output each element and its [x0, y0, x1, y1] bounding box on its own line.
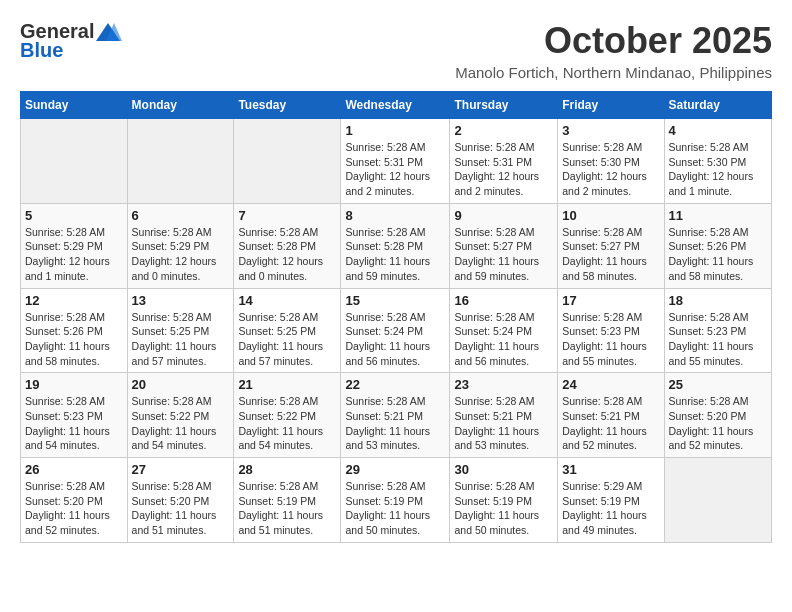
day-number: 3 — [562, 123, 659, 138]
table-row: 4Sunrise: 5:28 AM Sunset: 5:30 PM Daylig… — [664, 119, 771, 204]
day-number: 2 — [454, 123, 553, 138]
table-row: 22Sunrise: 5:28 AM Sunset: 5:21 PM Dayli… — [341, 373, 450, 458]
day-number: 18 — [669, 293, 767, 308]
day-number: 12 — [25, 293, 123, 308]
day-number: 5 — [25, 208, 123, 223]
table-row: 14Sunrise: 5:28 AM Sunset: 5:25 PM Dayli… — [234, 288, 341, 373]
day-number: 27 — [132, 462, 230, 477]
calendar-header-row: Sunday Monday Tuesday Wednesday Thursday… — [21, 92, 772, 119]
table-row: 10Sunrise: 5:28 AM Sunset: 5:27 PM Dayli… — [558, 203, 664, 288]
day-number: 22 — [345, 377, 445, 392]
day-number: 16 — [454, 293, 553, 308]
table-row — [234, 119, 341, 204]
table-row: 7Sunrise: 5:28 AM Sunset: 5:28 PM Daylig… — [234, 203, 341, 288]
day-number: 13 — [132, 293, 230, 308]
day-info: Sunrise: 5:28 AM Sunset: 5:19 PM Dayligh… — [238, 479, 336, 538]
day-info: Sunrise: 5:28 AM Sunset: 5:20 PM Dayligh… — [132, 479, 230, 538]
table-row: 30Sunrise: 5:28 AM Sunset: 5:19 PM Dayli… — [450, 458, 558, 543]
day-info: Sunrise: 5:28 AM Sunset: 5:20 PM Dayligh… — [25, 479, 123, 538]
day-info: Sunrise: 5:28 AM Sunset: 5:19 PM Dayligh… — [454, 479, 553, 538]
day-number: 4 — [669, 123, 767, 138]
day-info: Sunrise: 5:28 AM Sunset: 5:29 PM Dayligh… — [25, 225, 123, 284]
calendar-week-row: 26Sunrise: 5:28 AM Sunset: 5:20 PM Dayli… — [21, 458, 772, 543]
day-info: Sunrise: 5:28 AM Sunset: 5:31 PM Dayligh… — [454, 140, 553, 199]
day-number: 28 — [238, 462, 336, 477]
table-row: 24Sunrise: 5:28 AM Sunset: 5:21 PM Dayli… — [558, 373, 664, 458]
day-info: Sunrise: 5:29 AM Sunset: 5:19 PM Dayligh… — [562, 479, 659, 538]
table-row: 20Sunrise: 5:28 AM Sunset: 5:22 PM Dayli… — [127, 373, 234, 458]
day-info: Sunrise: 5:28 AM Sunset: 5:26 PM Dayligh… — [25, 310, 123, 369]
day-number: 26 — [25, 462, 123, 477]
table-row — [127, 119, 234, 204]
header-wednesday: Wednesday — [341, 92, 450, 119]
day-number: 31 — [562, 462, 659, 477]
header-thursday: Thursday — [450, 92, 558, 119]
table-row — [21, 119, 128, 204]
table-row: 5Sunrise: 5:28 AM Sunset: 5:29 PM Daylig… — [21, 203, 128, 288]
calendar-week-row: 5Sunrise: 5:28 AM Sunset: 5:29 PM Daylig… — [21, 203, 772, 288]
table-row: 17Sunrise: 5:28 AM Sunset: 5:23 PM Dayli… — [558, 288, 664, 373]
title-section: October 2025 Manolo Fortich, Northern Mi… — [455, 20, 772, 81]
day-number: 25 — [669, 377, 767, 392]
day-info: Sunrise: 5:28 AM Sunset: 5:22 PM Dayligh… — [132, 394, 230, 453]
table-row: 6Sunrise: 5:28 AM Sunset: 5:29 PM Daylig… — [127, 203, 234, 288]
day-info: Sunrise: 5:28 AM Sunset: 5:24 PM Dayligh… — [454, 310, 553, 369]
table-row: 21Sunrise: 5:28 AM Sunset: 5:22 PM Dayli… — [234, 373, 341, 458]
table-row: 16Sunrise: 5:28 AM Sunset: 5:24 PM Dayli… — [450, 288, 558, 373]
table-row: 2Sunrise: 5:28 AM Sunset: 5:31 PM Daylig… — [450, 119, 558, 204]
header-saturday: Saturday — [664, 92, 771, 119]
table-row: 15Sunrise: 5:28 AM Sunset: 5:24 PM Dayli… — [341, 288, 450, 373]
day-info: Sunrise: 5:28 AM Sunset: 5:28 PM Dayligh… — [345, 225, 445, 284]
table-row — [664, 458, 771, 543]
day-info: Sunrise: 5:28 AM Sunset: 5:30 PM Dayligh… — [669, 140, 767, 199]
day-info: Sunrise: 5:28 AM Sunset: 5:28 PM Dayligh… — [238, 225, 336, 284]
table-row: 9Sunrise: 5:28 AM Sunset: 5:27 PM Daylig… — [450, 203, 558, 288]
day-number: 29 — [345, 462, 445, 477]
day-info: Sunrise: 5:28 AM Sunset: 5:21 PM Dayligh… — [454, 394, 553, 453]
day-number: 14 — [238, 293, 336, 308]
day-info: Sunrise: 5:28 AM Sunset: 5:20 PM Dayligh… — [669, 394, 767, 453]
day-info: Sunrise: 5:28 AM Sunset: 5:24 PM Dayligh… — [345, 310, 445, 369]
day-info: Sunrise: 5:28 AM Sunset: 5:21 PM Dayligh… — [345, 394, 445, 453]
day-info: Sunrise: 5:28 AM Sunset: 5:23 PM Dayligh… — [669, 310, 767, 369]
day-info: Sunrise: 5:28 AM Sunset: 5:23 PM Dayligh… — [562, 310, 659, 369]
calendar-table: Sunday Monday Tuesday Wednesday Thursday… — [20, 91, 772, 543]
day-info: Sunrise: 5:28 AM Sunset: 5:29 PM Dayligh… — [132, 225, 230, 284]
calendar-week-row: 19Sunrise: 5:28 AM Sunset: 5:23 PM Dayli… — [21, 373, 772, 458]
table-row: 23Sunrise: 5:28 AM Sunset: 5:21 PM Dayli… — [450, 373, 558, 458]
table-row: 26Sunrise: 5:28 AM Sunset: 5:20 PM Dayli… — [21, 458, 128, 543]
day-info: Sunrise: 5:28 AM Sunset: 5:26 PM Dayligh… — [669, 225, 767, 284]
day-number: 6 — [132, 208, 230, 223]
day-number: 30 — [454, 462, 553, 477]
table-row: 8Sunrise: 5:28 AM Sunset: 5:28 PM Daylig… — [341, 203, 450, 288]
day-info: Sunrise: 5:28 AM Sunset: 5:19 PM Dayligh… — [345, 479, 445, 538]
logo-blue-text: Blue — [20, 39, 63, 62]
day-number: 23 — [454, 377, 553, 392]
day-info: Sunrise: 5:28 AM Sunset: 5:27 PM Dayligh… — [454, 225, 553, 284]
calendar-week-row: 12Sunrise: 5:28 AM Sunset: 5:26 PM Dayli… — [21, 288, 772, 373]
table-row: 13Sunrise: 5:28 AM Sunset: 5:25 PM Dayli… — [127, 288, 234, 373]
day-number: 11 — [669, 208, 767, 223]
header-tuesday: Tuesday — [234, 92, 341, 119]
header-sunday: Sunday — [21, 92, 128, 119]
logo: General Blue — [20, 20, 122, 62]
table-row: 25Sunrise: 5:28 AM Sunset: 5:20 PM Dayli… — [664, 373, 771, 458]
day-number: 8 — [345, 208, 445, 223]
day-number: 7 — [238, 208, 336, 223]
header-friday: Friday — [558, 92, 664, 119]
day-number: 24 — [562, 377, 659, 392]
table-row: 18Sunrise: 5:28 AM Sunset: 5:23 PM Dayli… — [664, 288, 771, 373]
day-number: 15 — [345, 293, 445, 308]
table-row: 12Sunrise: 5:28 AM Sunset: 5:26 PM Dayli… — [21, 288, 128, 373]
calendar-week-row: 1Sunrise: 5:28 AM Sunset: 5:31 PM Daylig… — [21, 119, 772, 204]
day-number: 1 — [345, 123, 445, 138]
day-number: 20 — [132, 377, 230, 392]
month-title: October 2025 — [455, 20, 772, 62]
day-info: Sunrise: 5:28 AM Sunset: 5:21 PM Dayligh… — [562, 394, 659, 453]
table-row: 27Sunrise: 5:28 AM Sunset: 5:20 PM Dayli… — [127, 458, 234, 543]
table-row: 29Sunrise: 5:28 AM Sunset: 5:19 PM Dayli… — [341, 458, 450, 543]
location-title: Manolo Fortich, Northern Mindanao, Phili… — [455, 64, 772, 81]
day-info: Sunrise: 5:28 AM Sunset: 5:23 PM Dayligh… — [25, 394, 123, 453]
table-row: 1Sunrise: 5:28 AM Sunset: 5:31 PM Daylig… — [341, 119, 450, 204]
table-row: 31Sunrise: 5:29 AM Sunset: 5:19 PM Dayli… — [558, 458, 664, 543]
